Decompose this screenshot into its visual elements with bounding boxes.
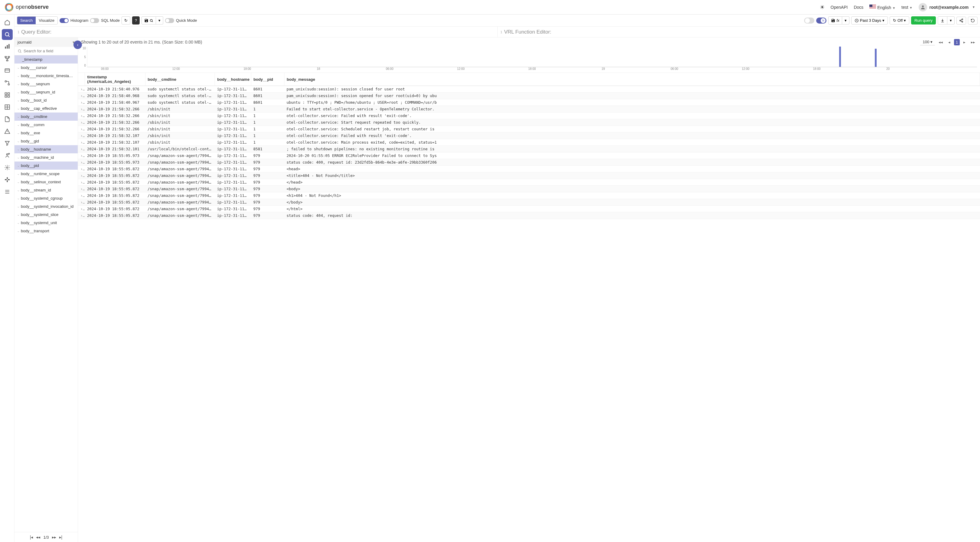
- expand-row-icon[interactable]: ›: [78, 146, 84, 152]
- expand-row-icon[interactable]: ›: [78, 212, 84, 219]
- run-query-button[interactable]: Run query: [911, 16, 936, 24]
- expand-row-icon[interactable]: ›: [78, 152, 84, 159]
- reset-button[interactable]: [968, 17, 978, 24]
- page-size-select[interactable]: 100 ▾: [920, 39, 935, 45]
- nav-management[interactable]: [2, 162, 13, 173]
- quick-mode-toggle[interactable]: [165, 18, 174, 23]
- expand-row-icon[interactable]: ›: [78, 86, 84, 92]
- field-item[interactable]: ⌵body___seqnum_id: [14, 88, 78, 96]
- field-item[interactable]: ⌵body__systemd_invocation_id: [14, 202, 78, 210]
- nav-metrics[interactable]: [2, 41, 13, 52]
- nav-iam[interactable]: [2, 150, 13, 161]
- share-button[interactable]: [956, 17, 966, 24]
- expand-row-icon[interactable]: ›: [78, 99, 84, 106]
- table-row[interactable]: ›2024-10-19 21:58:32.266/sbin/initip-172…: [78, 113, 980, 119]
- save-view-dropdown[interactable]: ▾: [156, 16, 163, 24]
- field-item[interactable]: _timestamp: [14, 55, 78, 64]
- nav-logs[interactable]: [2, 29, 13, 40]
- openapi-link[interactable]: OpenAPI: [830, 5, 848, 10]
- fields-next-page[interactable]: ▸▸: [52, 535, 56, 540]
- docs-link[interactable]: Docs: [854, 5, 863, 10]
- nav-home[interactable]: [2, 17, 13, 28]
- table-row[interactable]: ›2024-10-19 21:58:32.107/sbin/initip-172…: [78, 132, 980, 139]
- field-item[interactable]: ⌵body__exe: [14, 129, 78, 137]
- table-row[interactable]: ›2024-10-19 18:55:05.872/snap/amazon-ssm…: [78, 166, 980, 172]
- results-page-1[interactable]: 1: [954, 39, 960, 45]
- table-row[interactable]: ›2024-10-19 18:55:05.973/snap/amazon-ssm…: [78, 159, 980, 166]
- brand-logo[interactable]: openobserve: [5, 3, 49, 11]
- field-item[interactable]: ⌵body__systemd_slice: [14, 210, 78, 219]
- table-row[interactable]: ›2024-10-19 21:58:32.107/sbin/initip-172…: [78, 139, 980, 146]
- table-row[interactable]: ›2024-10-19 21:58:32.266/sbin/initip-172…: [78, 126, 980, 132]
- field-item[interactable]: ⌵body__stream_id: [14, 186, 78, 194]
- field-item[interactable]: ⌵body___seqnum: [14, 80, 78, 88]
- expand-row-icon[interactable]: ›: [78, 113, 84, 119]
- nav-slack[interactable]: [2, 174, 13, 185]
- function-toggle[interactable]: [816, 18, 826, 24]
- expand-row-icon[interactable]: ›: [78, 206, 84, 212]
- field-item[interactable]: ⌵body___cursor: [14, 64, 78, 72]
- table-row[interactable]: ›2024-10-19 21:58:40.976sudo systemctl s…: [78, 86, 980, 92]
- query-editor[interactable]: 1 Query Editor:: [14, 27, 497, 37]
- results-prev-fast[interactable]: ◂◂: [937, 39, 945, 45]
- nav-functions[interactable]: [2, 138, 13, 149]
- nav-traces[interactable]: [2, 53, 13, 64]
- save-function-button[interactable]: fx: [828, 16, 842, 24]
- table-row[interactable]: ›2024-10-19 18:55:05.872/snap/amazon-ssm…: [78, 212, 980, 219]
- field-item[interactable]: ⌵body___monotonic_timesta…: [14, 72, 78, 80]
- expand-row-icon[interactable]: ›: [78, 92, 84, 99]
- nav-rum[interactable]: [2, 65, 13, 76]
- fields-first-page[interactable]: |◂: [30, 535, 33, 540]
- nav-alerts[interactable]: [2, 126, 13, 137]
- language-select[interactable]: English▼: [869, 5, 896, 10]
- table-row[interactable]: ›2024-10-19 18:55:05.872/snap/amazon-ssm…: [78, 179, 980, 186]
- field-item[interactable]: ⌵body__systemd_unit: [14, 219, 78, 227]
- column-header[interactable]: body__hostname: [215, 73, 251, 86]
- fields-last-page[interactable]: ▸|: [59, 535, 62, 540]
- field-item[interactable]: ⌵body__hostname: [14, 145, 78, 153]
- expand-row-icon[interactable]: ›: [78, 126, 84, 132]
- column-header[interactable]: body__cmdline: [145, 73, 215, 86]
- field-item[interactable]: ⌵body__runtime_scope: [14, 170, 78, 178]
- column-header[interactable]: body_message: [284, 73, 980, 86]
- save-view-button[interactable]: [142, 16, 156, 24]
- field-search-input[interactable]: [24, 49, 75, 53]
- org-select[interactable]: test▼: [901, 5, 912, 10]
- super-query-toggle[interactable]: [804, 18, 815, 24]
- expand-row-icon[interactable]: ›: [78, 139, 84, 146]
- field-item[interactable]: ⌵body__comm: [14, 121, 78, 129]
- save-function-dropdown[interactable]: ▾: [842, 16, 850, 24]
- field-item[interactable]: ⌵body__selinux_context: [14, 178, 78, 186]
- table-row[interactable]: ›2024-10-19 21:58:32.266/sbin/initip-172…: [78, 106, 980, 113]
- collapse-sidebar-button[interactable]: ‹: [73, 40, 82, 49]
- field-item[interactable]: ⌵body__pid: [14, 161, 78, 170]
- nav-about[interactable]: [2, 186, 13, 197]
- field-item[interactable]: ⌵body__cmdline: [14, 113, 78, 121]
- field-item[interactable]: ⌵body__systemd_cgroup: [14, 194, 78, 202]
- expand-row-icon[interactable]: ›: [78, 119, 84, 126]
- table-row[interactable]: ›2024-10-19 21:58:32.266/sbin/initip-172…: [78, 119, 980, 126]
- column-header[interactable]: timestamp (America/Los_Angeles): [84, 73, 145, 86]
- expand-row-icon[interactable]: ›: [78, 192, 84, 199]
- field-item[interactable]: ⌵body__transport: [14, 227, 78, 235]
- results-prev[interactable]: ◂: [947, 39, 952, 45]
- nav-reports[interactable]: [2, 114, 13, 124]
- table-row[interactable]: ›2024-10-19 18:55:05.872/snap/amazon-ssm…: [78, 172, 980, 179]
- expand-row-icon[interactable]: ›: [78, 199, 84, 206]
- expand-row-icon[interactable]: ›: [78, 132, 84, 139]
- table-row[interactable]: ›2024-10-19 18:55:05.872/snap/amazon-ssm…: [78, 206, 980, 212]
- table-row[interactable]: ›2024-10-19 18:55:05.872/snap/amazon-ssm…: [78, 199, 980, 206]
- expand-row-icon[interactable]: ›: [78, 166, 84, 172]
- field-item[interactable]: ⌵body__machine_id: [14, 153, 78, 161]
- time-range-button[interactable]: Past 3 Days ▾: [851, 16, 888, 24]
- column-header[interactable]: body__pid: [251, 73, 284, 86]
- table-row[interactable]: ›2024-10-19 18:55:05.973/snap/amazon-ssm…: [78, 152, 980, 159]
- table-row[interactable]: ›2024-10-19 21:58:32.101/usr/local/bin/o…: [78, 146, 980, 152]
- refresh-interval-button[interactable]: ↻ Off ▾: [889, 16, 909, 24]
- stream-select[interactable]: journald▾: [14, 38, 78, 47]
- nav-dashboards[interactable]: [2, 89, 13, 100]
- sql-mode-toggle[interactable]: [90, 18, 99, 23]
- table-row[interactable]: ›2024-10-19 18:55:05.872/snap/amazon-ssm…: [78, 192, 980, 199]
- field-item[interactable]: ⌵body__boot_id: [14, 96, 78, 104]
- histogram-chart[interactable]: 1050 06:0012:0018:001806:0012:0018:00190…: [87, 46, 977, 72]
